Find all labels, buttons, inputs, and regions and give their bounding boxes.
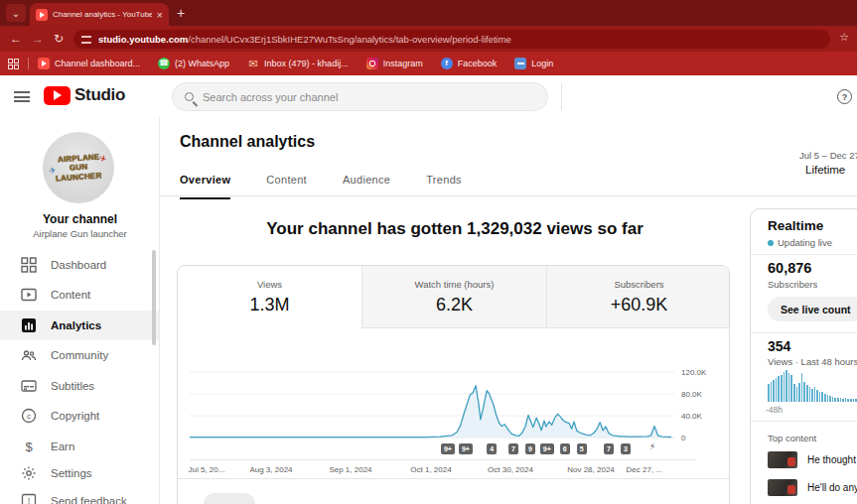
tab-title: Channel analytics - YouTube St (53, 10, 152, 19)
bookmark-instagram[interactable]: Instagram (366, 58, 423, 69)
views-chart-region[interactable]: 120.0K80.0K40.0K0 Jul 5, 20...Aug 3, 202… (178, 328, 730, 478)
sidebar-item-label: Send feedback (51, 495, 127, 504)
new-tab-button[interactable]: + (177, 5, 185, 21)
sidebar-item-label: Subtitles (51, 380, 94, 392)
sidebar-item-settings[interactable]: Settings (0, 458, 159, 488)
bookmark-facebook[interactable]: f Facebook (441, 58, 498, 69)
sidebar-scrollbar[interactable] (152, 250, 156, 345)
realtime-bar (827, 395, 829, 402)
close-tab-icon[interactable]: × (157, 9, 163, 21)
realtime-subscribers-label: Subscribers (768, 279, 817, 290)
views-area-chart[interactable] (178, 328, 730, 478)
sidebar-item-label: Community (51, 349, 108, 361)
realtime-bar (834, 398, 836, 402)
top-content-label: Top content (768, 433, 816, 443)
bookmark-inbox[interactable]: ✉ Inbox (479) - khadij... (247, 58, 349, 69)
realtime-bar (809, 387, 811, 402)
video-title: He thought h (807, 454, 857, 465)
video-thumbnail (768, 451, 797, 468)
views-headline: Your channel has gotten 1,329,032 views … (177, 219, 733, 239)
metric-subscribers[interactable]: Subscribers +60.9K (546, 266, 730, 328)
top-content-row[interactable]: He'll do anyt (768, 479, 857, 496)
video-published-marker-icon[interactable]: ⚡ (649, 441, 655, 451)
url-text: studio.youtube.com/channel/UCvx3Erj1SbkI… (98, 34, 511, 45)
divider (28, 58, 29, 69)
chart-marker-badge[interactable]: 9 (525, 443, 535, 454)
realtime-bar (776, 378, 778, 402)
period-selector[interactable]: Jul 5 – Dec 27, Lifetime (799, 150, 857, 176)
channel-search[interactable] (172, 82, 548, 111)
realtime-status: Updating live (768, 237, 832, 248)
metric-views[interactable]: Views 1.3M (178, 266, 361, 328)
chart-marker-badge[interactable]: 6 (560, 443, 570, 454)
sidebar-item-analytics[interactable]: Analytics (0, 311, 159, 340)
analytics-card: Views 1.3M Watch time (hours) 6.2K Subsc… (177, 265, 730, 504)
bookmark-channel-dashboard[interactable]: Channel dashboard... (38, 58, 140, 69)
sidebar-item-subtitles[interactable]: Subtitles (0, 371, 159, 401)
sidebar: AIRPLANE GUN LAUNCHER ✈ ✈ Your channel A… (0, 117, 160, 504)
x-axis-tick: Oct 30, 2024 (488, 465, 533, 474)
divider (178, 478, 730, 479)
chart-marker-badge[interactable]: 9+ (540, 443, 554, 454)
realtime-bar (773, 380, 775, 402)
see-more-button[interactable] (204, 493, 255, 504)
metric-value: +60.9K (547, 295, 730, 315)
browser-tab-strip: ⌄ Channel analytics - YouTube St × + (0, 0, 857, 26)
realtime-title: Realtime (768, 218, 823, 233)
metric-label: Watch time (hours) (362, 279, 546, 290)
bookmark-login[interactable]: Login (514, 58, 553, 69)
menu-icon[interactable] (14, 91, 30, 102)
browser-tab[interactable]: Channel analytics - YouTube St × (30, 3, 169, 26)
sidebar-item-send-feedback[interactable]: ! Send feedback (0, 486, 159, 504)
address-bar[interactable]: studio.youtube.com/channel/UCvx3Erj1SbkI… (73, 30, 830, 49)
window-chevron-button[interactable]: ⌄ (6, 4, 26, 22)
realtime-card: Realtime Updating live 60,876 Subscriber… (750, 208, 857, 504)
sidebar-item-label: Analytics (51, 319, 101, 331)
sidebar-item-earn[interactable]: $ Earn (0, 432, 159, 461)
chart-marker-badge[interactable]: 9+ (459, 443, 473, 454)
chevron-down-icon: ⌄ (12, 8, 20, 19)
youtube-favicon-icon (38, 58, 50, 69)
see-live-count-button[interactable]: See live count (768, 297, 857, 321)
sidebar-item-dashboard[interactable]: Dashboard (0, 250, 159, 280)
realtime-bar (811, 389, 813, 402)
help-icon[interactable]: ? (837, 89, 852, 104)
bookmark-whatsapp[interactable]: ☎ (2) WhatsApp (158, 58, 229, 69)
realtime-status-text: Updating live (778, 237, 832, 248)
video-thumbnail (768, 479, 797, 496)
sidebar-item-community[interactable]: Community (0, 340, 159, 370)
top-content-row[interactable]: He thought h (768, 451, 857, 468)
refresh-icon[interactable]: ↻ (54, 32, 64, 46)
avatar-text: LAUNCHER (55, 171, 101, 183)
chart-marker-badge[interactable]: 3 (621, 443, 631, 454)
realtime-views-count: 354 (768, 338, 790, 354)
chart-marker-badge[interactable]: 7 (508, 443, 518, 454)
search-input[interactable] (203, 91, 535, 103)
realtime-bar (771, 382, 773, 402)
sidebar-item-label: Dashboard (51, 259, 106, 271)
chart-marker-badge[interactable]: 4 (487, 443, 497, 454)
chart-marker-badge[interactable]: 7 (604, 443, 614, 454)
chart-marker-badge[interactable]: 9+ (441, 443, 455, 454)
y-axis-tick: 40.0K (681, 412, 702, 421)
chart-marker-badge[interactable]: 5 (577, 443, 587, 454)
community-icon (20, 346, 38, 364)
thumbnail-badge-icon (787, 485, 795, 494)
channel-avatar[interactable]: AIRPLANE GUN LAUNCHER ✈ ✈ (43, 132, 114, 203)
svg-text:!: ! (28, 496, 31, 504)
url-domain: studio.youtube.com (98, 34, 188, 45)
metric-watch-time[interactable]: Watch time (hours) 6.2K (361, 266, 546, 328)
realtime-bar (853, 399, 855, 402)
realtime-bar (768, 384, 770, 402)
sidebar-item-copyright[interactable]: c Copyright (0, 401, 159, 431)
youtube-studio-logo[interactable]: Studio (44, 85, 125, 105)
sidebar-item-content[interactable]: Content (0, 280, 159, 310)
back-icon[interactable]: ← (10, 32, 22, 46)
realtime-bar (819, 392, 821, 402)
site-info-icon[interactable] (81, 36, 91, 44)
apps-grid-icon[interactable] (8, 59, 19, 69)
sidebar-item-label: Settings (51, 467, 92, 479)
period-label: Lifetime (805, 164, 857, 176)
bookmark-star-icon[interactable]: ☆ (839, 31, 849, 44)
forward-icon[interactable]: → (32, 32, 44, 46)
